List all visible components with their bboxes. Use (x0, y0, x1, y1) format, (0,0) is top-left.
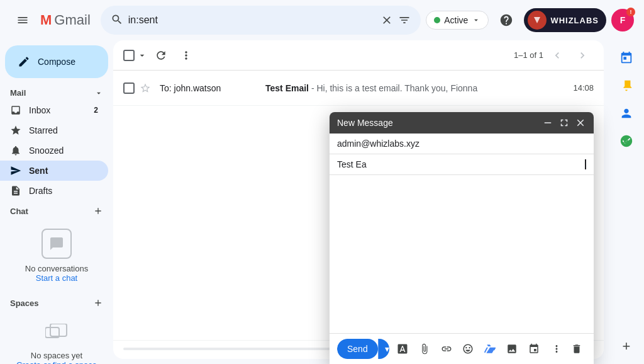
status-label: Active (444, 15, 468, 25)
gmail-text: Gmail (54, 12, 90, 28)
sidebar-item-sent[interactable]: Sent (0, 161, 108, 181)
starred-label: Starred (29, 125, 98, 135)
sidebar-item-inbox[interactable]: Inbox 2 (0, 100, 108, 120)
notification-badge: ! (626, 8, 635, 16)
email-time: 14:08 (573, 83, 594, 93)
subject-value: Test Ea (337, 159, 584, 169)
gmail-logo[interactable]: M Gmail (40, 12, 91, 28)
inbox-label: Inbox (29, 105, 86, 115)
sidebar: Compose Mail Inbox 2 Starred Snoozed Sen… (0, 40, 113, 364)
mail-section-label[interactable]: Mail (0, 83, 113, 100)
send-group: Send ▾ (337, 339, 389, 359)
spaces-section-label[interactable]: Spaces (0, 293, 113, 310)
email-snippet: - Hi, this is a test email. Thank you, F… (311, 83, 477, 93)
search-bar (101, 6, 421, 35)
spaces-empty-text: No spaces yet (31, 351, 82, 360)
menu-button[interactable] (10, 8, 35, 33)
compose-button[interactable]: Compose (5, 45, 108, 78)
signature-button[interactable] (525, 339, 542, 358)
more-options-button[interactable] (175, 44, 197, 67)
chat-empty-icon (42, 229, 72, 259)
status-button[interactable]: Active (426, 11, 489, 30)
chat-empty-text: No conversations (25, 264, 88, 273)
create-space-link[interactable]: Create or find a space (16, 360, 97, 364)
drive-button[interactable] (482, 339, 499, 358)
link-button[interactable] (438, 339, 455, 358)
help-button[interactable] (494, 8, 519, 33)
spaces-empty-state: No spaces yet Create or find a space (0, 310, 113, 364)
new-message-window: New Message admin@whizlabs.xyz Test Ea (330, 112, 594, 364)
chat-section-label[interactable]: Chat (0, 201, 113, 219)
inbox-count: 2 (94, 106, 98, 115)
delete-draft-button[interactable] (567, 339, 586, 358)
new-message-title: New Message (337, 118, 393, 128)
email-sender: To: john.watson (160, 83, 260, 93)
refresh-button[interactable] (150, 44, 172, 67)
chat-empty-state: No conversations Start a chat (0, 219, 113, 293)
keep-icon[interactable] (614, 73, 639, 98)
gmail-m: M (40, 12, 52, 28)
select-all-checkbox[interactable] (123, 50, 135, 61)
email-checkbox[interactable] (123, 82, 135, 94)
sidebar-item-starred[interactable]: Starred (0, 120, 108, 140)
cursor (585, 159, 586, 169)
send-button[interactable]: Send (337, 339, 378, 359)
attach-button[interactable] (416, 339, 433, 358)
new-message-controls (542, 117, 586, 128)
sent-label: Sent (29, 166, 98, 176)
search-clear-button[interactable] (380, 14, 393, 26)
right-sidebar: + (609, 40, 644, 364)
user-avatar[interactable]: F ! (611, 9, 634, 31)
footer-tools-right (547, 339, 586, 358)
pagination-info: 1–1 of 1 (514, 50, 543, 60)
search-icon (111, 13, 123, 28)
whizlabs-text: WHIZLABS (550, 16, 599, 25)
formatting-button[interactable] (394, 339, 411, 358)
contacts-icon[interactable] (614, 101, 639, 126)
search-input[interactable] (128, 14, 375, 26)
new-message-footer: Send ▾ (330, 333, 594, 364)
start-chat-link[interactable]: Start a chat (36, 273, 77, 283)
new-message-to: admin@whizlabs.xyz (330, 134, 594, 154)
next-page-button[interactable] (571, 44, 594, 67)
whizlabs-icon (528, 11, 547, 30)
snoozed-label: Snoozed (29, 145, 98, 156)
expand-button[interactable] (558, 117, 570, 128)
mail-toolbar: 1–1 of 1 (113, 40, 604, 71)
status-dot (434, 17, 440, 23)
email-subject: Test Email (265, 83, 309, 93)
user-initial: F (620, 15, 626, 25)
drafts-label: Drafts (29, 186, 98, 196)
more-options-footer-button[interactable] (547, 339, 566, 358)
calendar-icon[interactable] (614, 45, 639, 71)
whizlabs-badge[interactable]: WHIZLABS (524, 8, 606, 32)
new-message-header: New Message (330, 112, 594, 134)
to-value: admin@whizlabs.xyz (337, 139, 419, 149)
emoji-button[interactable] (460, 339, 477, 358)
add-apps-button[interactable]: + (614, 334, 639, 359)
select-dropdown[interactable] (137, 50, 147, 60)
email-preview: Test Email - Hi, this is a test email. T… (265, 83, 568, 93)
sidebar-item-drafts[interactable]: Drafts (0, 181, 108, 201)
prev-page-button[interactable] (546, 44, 569, 67)
topbar: M Gmail Active WHIZLABS F (0, 0, 644, 40)
close-button[interactable] (575, 117, 586, 128)
search-filter-button[interactable] (398, 14, 411, 26)
topbar-right: Active WHIZLABS F ! (426, 8, 634, 33)
sidebar-item-snoozed[interactable]: Snoozed (0, 140, 108, 161)
compose-label: Compose (38, 57, 75, 67)
tasks-icon[interactable] (614, 128, 639, 154)
email-star[interactable] (140, 82, 155, 94)
new-message-subject: Test Ea (330, 154, 594, 175)
table-row[interactable]: To: john.watson Test Email - Hi, this is… (113, 71, 604, 106)
spaces-empty-icon (42, 321, 72, 346)
photo-button[interactable] (504, 339, 521, 358)
send-dropdown-button[interactable]: ▾ (378, 339, 389, 359)
new-message-body[interactable] (330, 175, 594, 333)
minimize-button[interactable] (542, 117, 553, 128)
